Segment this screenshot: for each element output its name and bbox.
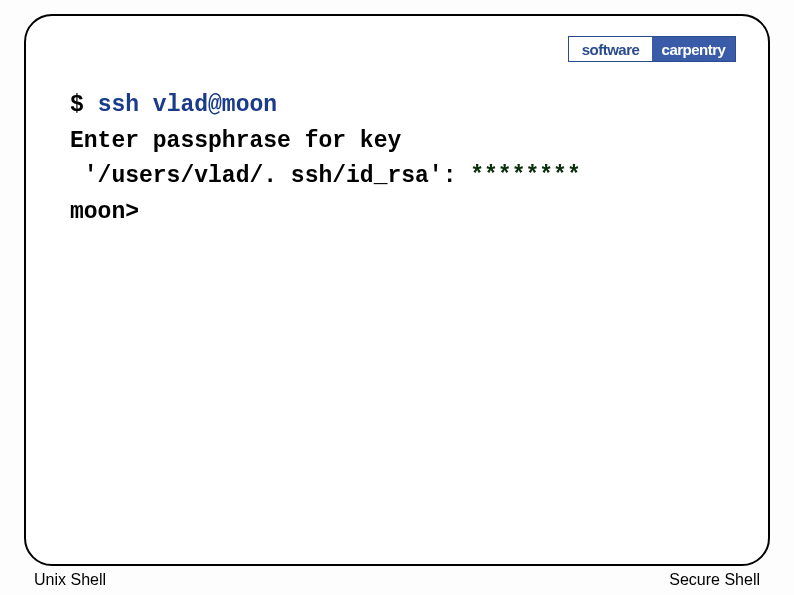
prompt-symbol: $ (70, 92, 84, 118)
logo-right-text: carpentry (652, 37, 735, 61)
remote-prompt: moon> (70, 199, 139, 225)
ssh-command: ssh vlad@moon (98, 92, 277, 118)
terminal-line-2: Enter passphrase for key (70, 124, 724, 160)
password-masked: ******** (470, 163, 580, 189)
terminal-line-1: $ ssh vlad@moon (70, 88, 724, 124)
terminal-output: $ ssh vlad@moon Enter passphrase for key… (70, 88, 724, 231)
terminal-line-4: moon> (70, 195, 724, 231)
passphrase-prompt-1: Enter passphrase for key (70, 128, 401, 154)
terminal-line-3: '/users/vlad/. ssh/id_rsa': ******** (70, 159, 724, 195)
passphrase-prompt-2: '/users/vlad/. ssh/id_rsa': (70, 163, 470, 189)
logo: software carpentry (568, 36, 736, 62)
footer-left: Unix Shell (34, 571, 106, 589)
logo-left-text: software (569, 37, 652, 61)
slide-frame: software carpentry $ ssh vlad@moon Enter… (24, 14, 770, 566)
footer: Unix Shell Secure Shell (34, 571, 760, 589)
footer-right: Secure Shell (669, 571, 760, 589)
